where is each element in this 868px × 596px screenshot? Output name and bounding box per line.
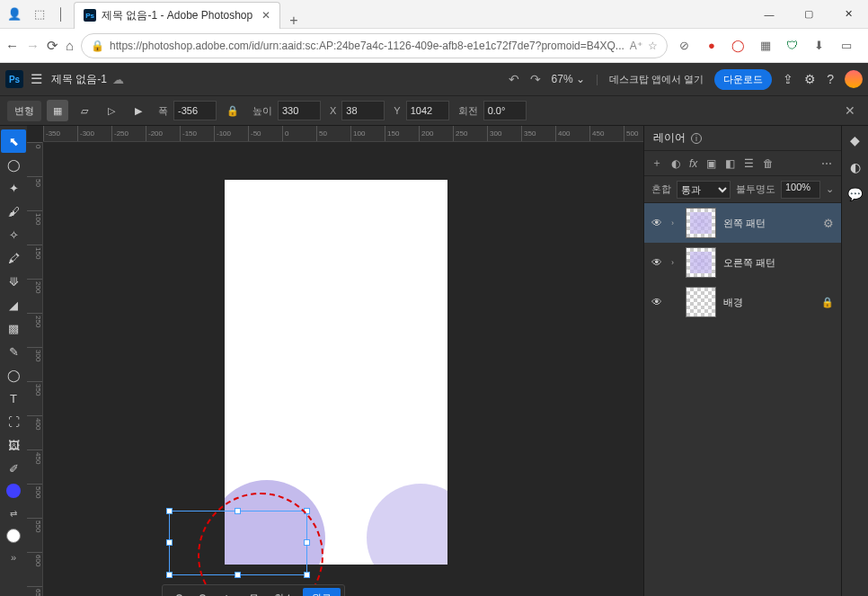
transform-handle[interactable] [166, 539, 173, 546]
opacity-dropdown-icon[interactable]: ⌄ [826, 183, 834, 195]
open-in-desktop-button[interactable]: 데스크탑 앱에서 열기 [609, 73, 704, 86]
canvas[interactable] [225, 180, 447, 565]
comments-panel-icon[interactable]: 💬 [847, 187, 863, 201]
layer-adjust-icon[interactable]: ◐ [671, 157, 680, 170]
transform-redo-button[interactable]: ↷ [191, 587, 215, 596]
layer-delete-icon[interactable]: 🗑 [763, 157, 774, 170]
link-wh-icon[interactable]: 🔒 [222, 100, 244, 121]
adjustments-panel-icon[interactable]: ◐ [850, 160, 861, 174]
shape-tool[interactable]: ◯ [1, 363, 26, 387]
redo-button[interactable]: ↷ [530, 72, 541, 86]
width-input[interactable] [173, 101, 217, 120]
bg-color-swatch[interactable] [6, 529, 21, 543]
y-input[interactable] [406, 101, 449, 120]
layers-panel-title[interactable]: 레이어 [653, 130, 686, 146]
layer-fx-icon[interactable]: fx [689, 157, 697, 170]
zoom-level[interactable]: 67% ⌄ [552, 73, 585, 85]
sync-icon[interactable]: ⊘ [675, 36, 695, 56]
fill-tool[interactable]: ▩ [1, 316, 26, 340]
crop-tool[interactable]: ⛶ [1, 410, 26, 433]
brush-tool[interactable]: 🖍 [1, 246, 26, 270]
user-icon[interactable]: 👤 [7, 7, 22, 21]
document-title[interactable]: 제목 없음-1 [51, 72, 107, 87]
type-tool[interactable]: T [1, 387, 26, 410]
reader-icon[interactable]: A⁺ [630, 40, 642, 52]
transform-undo-button[interactable]: ↶ [166, 587, 190, 596]
share-icon[interactable]: ⇪ [783, 72, 793, 86]
workspace-icon[interactable]: ⬚ [34, 7, 45, 21]
place-tool[interactable]: 🖼 [1, 433, 26, 457]
distort-icon[interactable]: ▷ [101, 100, 122, 121]
window-minimize-button[interactable]: — [749, 0, 789, 29]
layer-thumbnail[interactable] [686, 247, 716, 278]
transform-mode-label[interactable]: 변형 [7, 101, 41, 121]
panel-info-icon[interactable]: i [691, 133, 702, 144]
panel-more-button[interactable]: ⋯ [821, 157, 834, 170]
rotation-input[interactable] [483, 101, 527, 120]
layer-group-icon[interactable]: ☰ [744, 157, 754, 170]
layer-row[interactable]: 👁배경🔒 [644, 282, 841, 322]
blend-mode-select[interactable]: 통과 [677, 181, 731, 199]
skew-icon[interactable]: ▱ [74, 100, 95, 121]
eyedrop-tool[interactable]: ✐ [1, 457, 26, 480]
layer-row[interactable]: 👁›오른쪽 패턴 [644, 243, 841, 282]
layer-adjustments-icon[interactable]: ⚙ [823, 217, 834, 230]
layer-row[interactable]: 👁›왼쪽 패턴⚙ [644, 203, 841, 243]
transform-handle[interactable] [166, 572, 173, 578]
tab-close-icon[interactable]: ✕ [261, 9, 270, 22]
align-grid-icon[interactable]: ▦ [47, 100, 68, 121]
hamburger-menu-button[interactable]: ☰ [31, 71, 42, 87]
eraser-tool[interactable]: ◢ [1, 293, 26, 316]
ext-adblock-icon[interactable]: ◯ [729, 36, 748, 56]
layer-visibility-icon[interactable]: 👁 [651, 217, 664, 229]
url-input[interactable]: 🔒 https://photoshop.adobe.com/id/urn:aai… [81, 33, 668, 58]
perspective-icon[interactable]: ▶ [128, 100, 149, 121]
ps-logo[interactable]: Ps [5, 70, 23, 88]
ext-download-icon[interactable]: ⬇ [810, 36, 829, 56]
ext-shield-icon[interactable]: 🛡 [783, 36, 802, 56]
nav-refresh-button[interactable]: ⟳ [47, 32, 58, 59]
wand-tool[interactable]: ✦ [1, 176, 26, 200]
transform-handle[interactable] [304, 572, 310, 578]
settings-icon[interactable]: ⚙ [804, 72, 816, 86]
window-close-button[interactable]: ✕ [828, 0, 868, 29]
undo-button[interactable]: ↶ [509, 72, 519, 86]
lasso-tool[interactable]: ◯ [1, 153, 26, 176]
layer-mask-icon[interactable]: ▣ [706, 157, 716, 170]
nav-back-button[interactable]: ← [5, 32, 19, 59]
browser-tab[interactable]: Ps 제목 없음-1 - Adobe Photoshop ✕ [74, 2, 280, 29]
layer-name[interactable]: 오른쪽 패턴 [723, 256, 834, 270]
transform-handle[interactable] [235, 572, 241, 578]
fg-color-swatch[interactable] [6, 484, 21, 498]
transform-done-button[interactable]: 완료 [303, 588, 341, 597]
toolbar-expand-button[interactable]: » [11, 552, 16, 563]
ext-opera-icon[interactable]: ● [702, 36, 722, 56]
layer-name[interactable]: 왼쪽 패턴 [723, 217, 816, 230]
layer-expand-icon[interactable]: › [671, 218, 678, 227]
layer-expand-icon[interactable]: › [671, 258, 678, 267]
layer-thumbnail[interactable] [686, 287, 716, 317]
clone-tool[interactable]: ⟱ [1, 270, 26, 293]
new-tab-button[interactable]: + [280, 13, 306, 29]
layer-clip-icon[interactable]: ◧ [725, 157, 735, 170]
cloud-status-icon[interactable]: ☁ [112, 73, 124, 86]
download-button[interactable]: 다운로드 [714, 69, 772, 90]
ext-book-icon[interactable]: ▭ [837, 36, 856, 56]
transform-fliph-button[interactable]: ⇋ [217, 587, 240, 596]
transform-cancel-button[interactable]: 취소 [267, 592, 301, 597]
help-icon[interactable]: ? [827, 72, 834, 86]
layer-thumbnail[interactable] [686, 208, 716, 238]
options-close-button[interactable]: ✕ [839, 103, 861, 118]
layer-visibility-icon[interactable]: 👁 [651, 256, 664, 269]
transform-handle[interactable] [166, 508, 173, 514]
swap-colors-icon[interactable]: ⇄ [1, 502, 26, 525]
ext-favstar-icon[interactable]: ☆ [864, 36, 868, 56]
add-layer-button[interactable]: ＋ [651, 156, 662, 171]
opacity-input[interactable]: 100% [781, 181, 820, 199]
layer-name[interactable]: 배경 [723, 296, 814, 309]
x-input[interactable] [341, 101, 385, 120]
pen-tool[interactable]: ✎ [1, 340, 26, 363]
retouch-tool[interactable]: 🖌 [1, 200, 26, 223]
properties-panel-icon[interactable]: ◆ [850, 133, 860, 147]
move-tool[interactable]: ⬉ [1, 129, 26, 153]
